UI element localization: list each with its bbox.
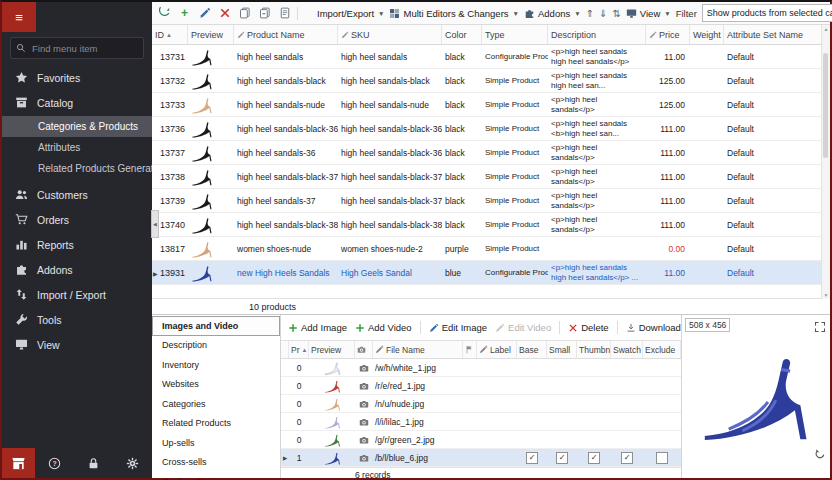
table-row[interactable]: ▶13931new High Heels SandalsHigh Geels S… <box>152 261 822 285</box>
expand-all-button[interactable]: ⇑ <box>586 8 594 19</box>
checkbox[interactable]: ✓ <box>526 452 538 464</box>
menu-toggle-button[interactable]: ≡ <box>2 2 36 32</box>
sidebar-item-tools[interactable]: Tools <box>2 307 152 332</box>
column-header-swatch[interactable]: Swatch <box>611 341 643 358</box>
lock-button[interactable] <box>74 457 113 470</box>
tab-websites[interactable]: Websites <box>152 375 280 395</box>
view-menu[interactable]: View▼ <box>626 8 671 19</box>
edit-image-button[interactable]: Edit Image <box>429 322 487 333</box>
checkbox[interactable]: ✓ <box>556 452 568 464</box>
table-row[interactable]: 13736high heel sandals-black-36high heel… <box>152 117 822 141</box>
column-header-base[interactable]: Base <box>517 341 547 358</box>
refresh-button[interactable] <box>157 5 172 21</box>
table-row[interactable]: ▶1/b/l/blue_6.jpg✓✓✓✓ <box>281 449 681 467</box>
table-row[interactable]: 13732high heel sandals-blackhigh heel sa… <box>152 69 822 93</box>
table-row[interactable]: 13733high heel sandals-nudehigh heel san… <box>152 93 822 117</box>
tab-inventory[interactable]: Inventory <box>152 355 280 375</box>
category-filter-select[interactable]: Show products from selected categories▼ <box>702 4 832 22</box>
addons-menu[interactable]: Addons▼ <box>524 8 581 19</box>
add-image-button[interactable]: Add Image <box>288 322 347 333</box>
table-row[interactable]: 13731high heel sandalshigh heel sandalsb… <box>152 45 822 69</box>
scroll-down-icon[interactable]: ▼ <box>824 292 829 298</box>
tab-categories[interactable]: Categories <box>152 394 280 414</box>
column-header-price[interactable]: Price <box>646 25 690 44</box>
column-header-exclude[interactable]: Exclude <box>643 341 681 358</box>
collapse-all-button[interactable]: ⇓ <box>599 8 607 19</box>
help-button[interactable]: ? <box>35 457 74 470</box>
column-header-attribute-set-name[interactable]: Attribute Set Name <box>724 25 822 44</box>
sidebar-item-catalog[interactable]: Catalog <box>2 90 152 115</box>
import-export-menu[interactable]: Import/Export▼ <box>303 8 384 19</box>
multi-editors-menu[interactable]: Multi Editors & Changers▼ <box>389 8 519 19</box>
sidebar-item-attributes[interactable]: Attributes <box>2 137 152 158</box>
settings-button[interactable] <box>113 457 152 470</box>
column-header-small[interactable]: Small <box>547 341 577 358</box>
table-row[interactable]: 13737high heel sandals-36high heel sanda… <box>152 141 822 165</box>
fullscreen-button[interactable] <box>814 319 826 331</box>
checkbox[interactable]: ✓ <box>588 452 600 464</box>
column-header-preview[interactable]: Preview <box>188 25 234 44</box>
column-header-camera[interactable] <box>355 341 373 358</box>
scrollbar-thumb[interactable] <box>823 53 828 158</box>
column-header-type[interactable]: Type <box>482 25 548 44</box>
column-header-sku[interactable]: SKU <box>338 25 442 44</box>
copy-button[interactable] <box>237 5 252 21</box>
scroll-up-icon[interactable]: ▲ <box>824 26 829 32</box>
edit-video-button[interactable]: Edit Video <box>495 322 551 333</box>
details-button[interactable] <box>277 5 292 21</box>
search-input[interactable] <box>30 42 138 55</box>
sidebar-item-view[interactable]: View <box>2 332 152 357</box>
column-header-color[interactable]: Color <box>442 25 482 44</box>
column-header-description[interactable]: Description <box>548 25 646 44</box>
table-row[interactable]: 0/n/u/nude.jpg <box>281 395 681 413</box>
zoom-button[interactable] <box>814 462 826 474</box>
sidebar-item-orders[interactable]: Orders <box>2 207 152 232</box>
vertical-scrollbar[interactable]: ▲ ▼ <box>821 25 830 299</box>
table-row[interactable]: 0/w/h/white_1.jpg <box>281 359 681 377</box>
tab-product-reviews[interactable]: Product Reviews <box>152 472 280 480</box>
table-row[interactable]: 13817women shoes-nudewomen shoes-nude-2p… <box>152 237 822 261</box>
sidebar-item-customers[interactable]: Customers <box>2 182 152 207</box>
open-external-button[interactable] <box>814 335 826 347</box>
add-video-button[interactable]: Add Video <box>355 322 412 333</box>
add-product-button[interactable]: + <box>177 5 192 21</box>
column-header-weight[interactable]: Weight <box>690 25 724 44</box>
sidebar-item-favorites[interactable]: Favorites <box>2 65 152 90</box>
delete-button[interactable]: Delete <box>568 322 608 333</box>
store-button[interactable] <box>2 448 35 478</box>
sidebar-item-categories-products[interactable]: Categories & Products <box>2 116 152 137</box>
tab-up-sells[interactable]: Up-sells <box>152 433 280 453</box>
table-row[interactable]: 0/l/i/lilac_1.jpg <box>281 413 681 431</box>
column-header-thumbna[interactable]: Thumbna <box>577 341 611 358</box>
sort-button[interactable]: ⇅ <box>612 8 620 19</box>
rotate-button[interactable] <box>814 446 826 458</box>
download-image-button[interactable]: Download Image <box>626 322 681 333</box>
sidebar-item-addons[interactable]: Addons <box>2 257 152 282</box>
tab-images-and-video[interactable]: Images and Video <box>152 316 280 336</box>
checkbox[interactable] <box>656 452 668 464</box>
column-header-id[interactable]: ID▲ <box>152 25 188 44</box>
delete-button[interactable] <box>217 5 232 21</box>
tab-related-products[interactable]: Related Products <box>152 414 280 434</box>
table-row[interactable]: 13738high heel sandals-black-37high heel… <box>152 165 822 189</box>
column-header-product-name[interactable]: Product Name <box>234 25 338 44</box>
table-row[interactable]: 13740high heel sandals-black-38high heel… <box>152 213 822 237</box>
table-row[interactable]: 0/r/e/red_1.jpg <box>281 377 681 395</box>
sidebar-search[interactable] <box>10 37 144 59</box>
edit-button[interactable] <box>197 5 212 21</box>
table-row[interactable]: 13739high heel sandals-37high heel sanda… <box>152 189 822 213</box>
column-header-flag[interactable] <box>463 341 477 358</box>
sidebar-item-reports[interactable]: Reports <box>2 232 152 257</box>
column-header-pr[interactable]: Pr▲ <box>289 341 309 358</box>
checkbox[interactable]: ✓ <box>621 452 633 464</box>
column-header-file-name[interactable]: File Name <box>373 341 463 358</box>
panel-collapse-handle[interactable]: ◀ <box>151 210 159 238</box>
sidebar-item-import-export[interactable]: Import / Export <box>2 282 152 307</box>
column-header-preview[interactable]: Preview <box>309 341 355 358</box>
table-row[interactable]: 0/g/r/green_2.jpg <box>281 431 681 449</box>
column-header-label[interactable]: Label <box>477 341 517 358</box>
tab-cross-sells[interactable]: Cross-sells <box>152 453 280 473</box>
tab-description[interactable]: Description <box>152 336 280 356</box>
sidebar-item-related-products-generator[interactable]: Related Products Generator <box>2 158 152 179</box>
duplicate-button[interactable] <box>257 5 272 21</box>
